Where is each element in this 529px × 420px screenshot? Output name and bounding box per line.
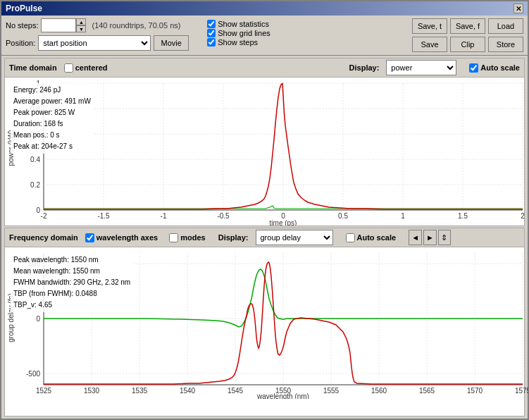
show-statistics-item: Show statistics [207, 20, 270, 28]
show-grid-lines-checkbox[interactable] [207, 29, 216, 37]
no-steps-label: No steps: [6, 21, 38, 30]
time-auto-scale-checkbox[interactable] [469, 63, 478, 73]
svg-text:-2: -2 [41, 212, 47, 220]
freq-domain-title: Frequency domain [9, 233, 78, 242]
time-stat-peak-at: Peak at: 204e-27 s [13, 141, 91, 152]
svg-text:wavelength (nm): wavelength (nm) [256, 393, 309, 399]
steps-info: (140 roundtrips, 70.05 ns) [92, 21, 180, 30]
time-display-select[interactable]: power amplitude phase [386, 60, 456, 75]
spinbox-up[interactable]: ▲ [76, 18, 86, 25]
svg-text:1530: 1530 [84, 387, 100, 395]
svg-text:1540: 1540 [180, 387, 196, 395]
svg-text:-0.5: -0.5 [217, 212, 230, 220]
display-label-freq: Display: [218, 233, 249, 242]
time-domain-section: Time domain centered Display: power ampl… [4, 58, 525, 226]
freq-stats-box: Peak wavelength: 1550 nm Mean wavelength… [11, 253, 133, 312]
centered-checkbox[interactable] [64, 63, 73, 73]
time-auto-scale-label: Auto scale [480, 63, 520, 72]
time-domain-title: Time domain [9, 63, 57, 72]
save-t-button[interactable]: Save, t [412, 18, 447, 34]
svg-text:1560: 1560 [371, 387, 387, 395]
time-domain-chart: Energy: 246 pJ Average power: 491 mW Pea… [5, 78, 524, 226]
svg-text:1525: 1525 [36, 387, 52, 395]
freq-left-button[interactable]: ◄ [409, 230, 422, 245]
svg-text:1: 1 [401, 212, 405, 220]
main-window: ProPulse ✕ No steps: 140 ▲ ▼ (140 roun [0, 0, 529, 420]
wavelength-axes-checkbox[interactable] [85, 233, 94, 242]
buttons-group: Save, t Save, f Load Save Clip Store [412, 18, 523, 52]
show-grid-lines-label: Show grid lines [218, 29, 270, 37]
freq-stat-tbp: TBP (from FWHM): 0.0488 [13, 288, 130, 299]
freq-auto-scale-label: Auto scale [357, 233, 397, 242]
svg-text:0.2: 0.2 [30, 181, 40, 189]
svg-text:1535: 1535 [132, 387, 148, 395]
svg-text:-1.5: -1.5 [97, 212, 110, 220]
freq-right-button[interactable]: ► [423, 230, 437, 245]
no-steps-spinbox[interactable]: 140 ▲ ▼ [41, 18, 86, 32]
time-stat-duration: Duration: 168 fs [13, 118, 91, 130]
spinbox-down[interactable]: ▼ [76, 25, 86, 32]
freq-domain-section: Frequency domain wavelength axes modes D… [4, 228, 525, 416]
svg-text:time (ps): time (ps) [270, 219, 297, 226]
svg-text:1570: 1570 [467, 387, 483, 395]
freq-auto-scale-checkbox[interactable] [346, 233, 355, 242]
wavelength-axes-label: wavelength axes [97, 233, 158, 242]
time-stats-box: Energy: 246 pJ Average power: 491 mW Pea… [11, 83, 94, 154]
time-stat-mean-pos: Mean pos.: 0 s [13, 130, 91, 141]
freq-domain-chart: Peak wavelength: 1550 nm Mean wavelength… [5, 247, 524, 399]
svg-text:0.5: 0.5 [338, 212, 348, 220]
svg-text:0.4: 0.4 [30, 156, 40, 163]
movie-button[interactable]: Movie [154, 35, 189, 51]
save-button[interactable]: Save [412, 37, 447, 52]
time-stat-energy: Energy: 246 pJ [13, 85, 91, 96]
clip-button[interactable]: Clip [450, 37, 485, 52]
store-button[interactable]: Store [488, 37, 523, 52]
window-title: ProPulse [6, 4, 42, 13]
freq-stat-fwhm: FWHM bandwidth: 290 GHz, 2.32 nm [13, 277, 130, 288]
svg-text:0: 0 [36, 315, 40, 323]
save-f-button[interactable]: Save, f [450, 18, 485, 34]
toolbar: No steps: 140 ▲ ▼ (140 roundtrips, 70.05… [1, 16, 528, 56]
svg-text:1555: 1555 [323, 387, 340, 395]
display-label-time: Display: [349, 63, 380, 72]
svg-text:2: 2 [521, 212, 525, 220]
show-steps-checkbox[interactable] [207, 38, 216, 47]
show-steps-label: Show steps [218, 38, 258, 47]
load-button[interactable]: Load [488, 18, 523, 34]
centered-label: centered [75, 63, 108, 72]
freq-stat-tbp-v: TBP_v: 4.65 [13, 299, 130, 311]
time-domain-header: Time domain centered Display: power ampl… [5, 58, 524, 78]
svg-text:0: 0 [36, 206, 40, 214]
freq-expand-button[interactable]: ⇕ [438, 230, 451, 245]
close-button[interactable]: ✕ [514, 4, 523, 13]
show-statistics-checkbox[interactable] [207, 20, 216, 28]
no-steps-input[interactable]: 140 [41, 18, 76, 32]
modes-checkbox[interactable] [169, 233, 178, 242]
modes-label: modes [180, 233, 205, 242]
show-grid-lines-item: Show grid lines [207, 29, 270, 37]
svg-text:-500: -500 [26, 370, 40, 378]
svg-text:1545: 1545 [228, 387, 244, 395]
title-bar: ProPulse ✕ [1, 1, 528, 16]
freq-display-select[interactable]: group delay phase power [256, 230, 333, 245]
position-select[interactable]: start position end position [38, 35, 151, 51]
show-steps-item: Show steps [207, 38, 270, 47]
freq-stat-mean-wl: Mean wavelength: 1550 nm [13, 266, 130, 277]
time-stat-peak-power: Peak power: 825 W [13, 107, 91, 118]
svg-text:1.5: 1.5 [458, 212, 468, 220]
svg-text:-1: -1 [161, 212, 167, 220]
svg-text:1575: 1575 [515, 387, 528, 395]
svg-text:1565: 1565 [419, 387, 435, 395]
freq-domain-header: Frequency domain wavelength axes modes D… [5, 228, 524, 247]
freq-stat-peak-wl: Peak wavelength: 1550 nm [13, 254, 130, 266]
position-label: Position: [6, 39, 35, 47]
show-statistics-label: Show statistics [218, 20, 269, 28]
time-stat-avg-power: Average power: 491 mW [13, 96, 91, 107]
checkboxes-group: Show statistics Show grid lines Show ste… [207, 20, 270, 47]
